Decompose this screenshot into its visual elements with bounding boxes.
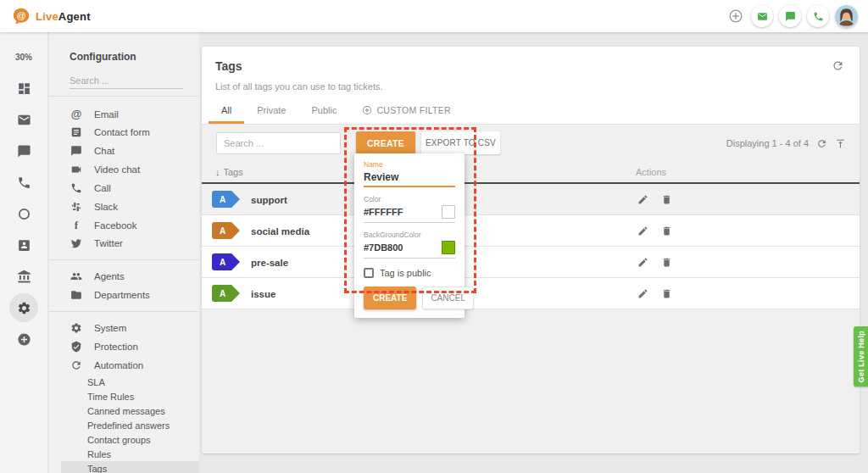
logo-bubble-icon: @ (12, 7, 31, 25)
get-live-help-label: Get Live Help (857, 331, 865, 382)
tag-public-checkbox[interactable] (364, 268, 374, 278)
color-swatch[interactable] (442, 205, 455, 219)
delete-icon[interactable] (661, 194, 672, 205)
videocam-icon (70, 164, 83, 175)
delete-icon[interactable] (661, 257, 672, 268)
tag-badge: A (212, 253, 240, 270)
chat-icon (70, 145, 83, 157)
phone-icon (813, 11, 824, 22)
add-circle-icon[interactable] (726, 7, 745, 25)
toolbar-right: Displaying 1 - 4 of 4 (726, 125, 846, 162)
tab-custom-filter[interactable]: CUSTOM FILTER (349, 98, 464, 124)
export-csv-button[interactable]: EXPORT TO CSV (421, 131, 500, 154)
tag-badge: A (212, 285, 240, 302)
ring-icon (17, 207, 31, 221)
search-input[interactable] (216, 132, 341, 154)
panel-title: Configuration (49, 32, 199, 63)
tab-all[interactable]: All (209, 98, 244, 124)
sidebar-item-tags[interactable]: Tags (61, 461, 199, 473)
config-search-input[interactable] (70, 73, 183, 89)
table-row[interactable]: A pre-sale (202, 247, 860, 278)
card-content: CREATE EXPORT TO CSV Displaying 1 - 4 of… (202, 125, 860, 454)
dialog-cancel-button[interactable]: CANCEL (422, 287, 474, 309)
gear-icon (17, 301, 31, 315)
rail-call[interactable] (9, 168, 38, 197)
refresh-icon[interactable] (832, 59, 844, 72)
sidebar-item-departments[interactable]: Departments (49, 286, 199, 304)
slack-icon (70, 201, 83, 213)
rail-contacts[interactable] (9, 231, 38, 259)
sidebar-item-chat[interactable]: Chat (49, 142, 199, 160)
column-tags[interactable]: ↓Tags (215, 167, 243, 177)
background-color-value[interactable]: #7DB800 (364, 242, 403, 253)
tab-public[interactable]: Public (298, 98, 349, 124)
rail-tickets[interactable] (9, 105, 38, 134)
sidebar-item-sla[interactable]: SLA (49, 375, 199, 389)
sidebar-item-email[interactable]: @Email (49, 105, 199, 123)
tab-private[interactable]: Private (244, 98, 298, 124)
rail-chat[interactable] (9, 136, 38, 165)
tag-name: support (251, 184, 287, 215)
scroll-top-icon[interactable] (835, 138, 846, 149)
rail-settings[interactable] (9, 293, 38, 322)
rail-addons[interactable] (9, 325, 38, 353)
table-row[interactable]: A social media (202, 215, 860, 247)
get-live-help-tab[interactable]: Get Live Help (854, 326, 868, 387)
people-icon (70, 270, 83, 282)
contact-card-icon (17, 238, 31, 253)
edit-icon[interactable] (637, 257, 648, 268)
sidebar-item-rules[interactable]: Rules (49, 447, 199, 461)
sidebar-item-contact-groups[interactable]: Contact groups (49, 432, 199, 447)
sidebar-item-call[interactable]: Call (49, 179, 199, 198)
background-color-swatch[interactable] (442, 241, 455, 254)
rail-time[interactable] (9, 199, 38, 228)
sidebar-item-video-chat[interactable]: Video chat (49, 160, 199, 179)
sidebar-item-predefined-answers[interactable]: Predefined answers (49, 418, 199, 432)
tag-badge: A (212, 222, 240, 239)
color-value[interactable]: #FFFFFF (364, 207, 403, 217)
table-row[interactable]: A issue (202, 278, 860, 309)
dialog-create-button[interactable]: CREATE (364, 287, 416, 309)
logo-text: LiveAgent (36, 10, 91, 23)
tag-public-option[interactable]: Tag is public (364, 268, 455, 278)
sidebar-item-automation[interactable]: Automation (49, 356, 199, 375)
name-field[interactable] (364, 170, 455, 187)
row-actions (637, 247, 672, 278)
shield-icon (70, 341, 83, 353)
sidebar-item-twitter[interactable]: Twitter (49, 234, 199, 253)
background-color-label: BackGroundColor (364, 231, 455, 239)
delete-icon[interactable] (661, 225, 672, 236)
sidebar-item-facebook[interactable]: fFacebook (49, 216, 199, 234)
top-bar: @ LiveAgent (0, 0, 868, 32)
sidebar-item-contact-form[interactable]: Contact form (49, 123, 199, 142)
table-row[interactable]: A support (202, 184, 860, 215)
sidebar-item-canned-messages[interactable]: Canned messages (49, 403, 199, 418)
new-call-button[interactable] (807, 5, 829, 27)
edit-icon[interactable] (637, 225, 648, 236)
twitter-icon (70, 237, 83, 249)
sidebar-item-slack[interactable]: Slack (49, 198, 199, 216)
edit-icon[interactable] (637, 194, 648, 205)
svg-text:@: @ (17, 10, 26, 20)
row-actions (637, 215, 672, 247)
sidebar-item-protection[interactable]: Protection (49, 337, 199, 356)
refresh-icon[interactable] (816, 138, 827, 149)
new-ticket-email-button[interactable] (751, 5, 773, 27)
chat-icon (17, 144, 31, 159)
rail-dashboard[interactable] (9, 74, 38, 103)
rail-company[interactable] (9, 262, 38, 291)
sidebar-item-time-rules[interactable]: Time Rules (49, 389, 199, 403)
create-button[interactable]: CREATE (356, 131, 415, 154)
sidebar-item-system[interactable]: System (49, 319, 199, 337)
delete-icon[interactable] (661, 288, 672, 299)
color-label: Color (364, 195, 455, 203)
sidebar-item-agents[interactable]: Agents (49, 267, 199, 286)
tag-public-label: Tag is public (380, 268, 431, 278)
new-chat-button[interactable] (779, 5, 801, 27)
email-icon (17, 113, 31, 127)
edit-icon[interactable] (637, 288, 648, 299)
sort-desc-icon: ↓ (215, 167, 220, 177)
at-icon: @ (70, 109, 83, 120)
user-avatar[interactable] (835, 5, 858, 28)
liveagent-logo[interactable]: @ LiveAgent (12, 7, 91, 25)
